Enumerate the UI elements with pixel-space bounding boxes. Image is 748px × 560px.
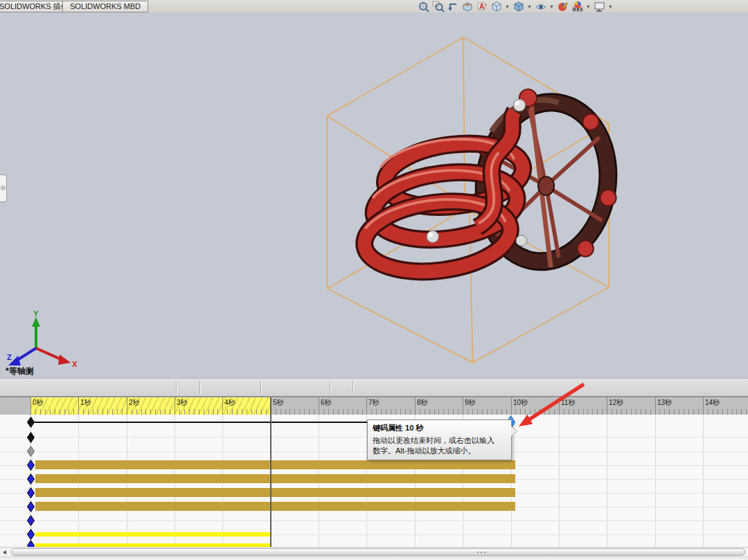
ruler-tick-label: 2秒 (129, 398, 140, 408)
ruler-minor-tick (583, 409, 584, 415)
ruler-minor-tick (400, 409, 401, 415)
ruler-minor-tick (520, 409, 521, 415)
ruler-minor-tick (616, 409, 617, 415)
graphics-area[interactable]: Y X Z *等轴测 (0, 12, 748, 378)
ruler-minor-tick (621, 409, 622, 415)
component-key-key[interactable] (27, 515, 35, 529)
ruler-minor-tick (664, 409, 665, 415)
ruler-minor-tick (395, 409, 396, 415)
ruler-minor-tick (242, 409, 242, 415)
ruler-minor-tick (338, 409, 339, 415)
ruler-minor-tick (530, 409, 531, 415)
apply-scene-caret[interactable]: ▼ (586, 1, 591, 12)
view-orientation-caret[interactable]: ▼ (505, 1, 510, 12)
ruler-minor-tick (256, 409, 257, 415)
motion-track-2-key[interactable] (27, 473, 35, 487)
display-style-caret[interactable]: ▼ (527, 1, 532, 12)
ruler-minor-tick (578, 409, 579, 415)
ruler-major-tick (30, 397, 31, 415)
hide-show-items-caret[interactable]: ▼ (549, 1, 554, 12)
ruler-minor-tick (438, 409, 439, 415)
section-view-icon[interactable] (461, 1, 474, 12)
motion-track-1-key[interactable] (27, 460, 35, 473)
model-3d-view[interactable] (291, 14, 637, 379)
previous-view-icon[interactable] (447, 1, 459, 12)
row-separator (0, 521, 748, 521)
appearance-track-1-bar[interactable] (35, 532, 271, 536)
apply-scene-icon[interactable] (571, 1, 584, 12)
view-settings-icon[interactable] (594, 1, 606, 12)
orientation-camera-keys-key[interactable] (27, 432, 35, 446)
ruler-minor-tick (544, 409, 545, 415)
hide-show-items-icon[interactable] (535, 1, 547, 12)
ruler-minor-tick (184, 409, 185, 415)
ruler-minor-tick (497, 409, 497, 415)
view-orientation-label: *等轴测 (6, 365, 34, 377)
ruler-minor-tick (540, 409, 540, 415)
ruler-minor-tick (304, 409, 305, 415)
ruler-minor-tick (64, 409, 65, 415)
ruler-minor-tick (713, 409, 713, 415)
view-orientation-icon[interactable] (490, 1, 503, 12)
ruler-minor-tick (684, 409, 684, 415)
ruler-minor-tick (453, 409, 454, 415)
motion-track-3-key[interactable] (27, 487, 35, 501)
hscroll-left-arrow[interactable] (0, 548, 10, 557)
ruler-minor-tick (150, 409, 151, 415)
timeline-hscrollbar[interactable] (0, 547, 748, 557)
ruler-minor-tick (425, 409, 425, 415)
ruler-major-tick (222, 397, 223, 415)
view-settings-caret[interactable]: ▼ (608, 1, 613, 12)
display-style-icon[interactable] (513, 1, 525, 12)
current-time-bar[interactable] (270, 397, 271, 547)
ruler-minor-tick (612, 409, 612, 415)
panel-flyout-grip-icon (1, 186, 6, 190)
motion-track-2-bar[interactable] (35, 474, 515, 483)
ruler-minor-tick (434, 409, 435, 415)
timeline-ruler[interactable]: 0秒1秒2秒3秒4秒5秒6秒7秒8秒9秒10秒11秒12秒13秒14秒 (0, 397, 748, 415)
ruler-minor-tick (636, 409, 636, 415)
tooltip-line2: 数字。Alt-拖动以放大或缩小。 (373, 446, 506, 456)
ruler-minor-tick (515, 409, 516, 415)
panel-flyout-handle[interactable] (0, 174, 7, 202)
ruler-minor-tick (280, 409, 281, 415)
ruler-minor-tick (69, 409, 69, 415)
ruler-tick-label: 0秒 (33, 398, 44, 408)
ruler-tick-label: 14秒 (705, 398, 720, 408)
tab-solidworks-mbd[interactable]: SOLIDWORKS MBD (62, 1, 148, 12)
motion-track-1-bar[interactable] (35, 460, 515, 469)
ruler-minor-tick (132, 409, 132, 415)
ruler-major-tick (511, 397, 512, 415)
motion-track-3-bar[interactable] (35, 488, 515, 497)
ruler-minor-tick (679, 409, 679, 415)
camera-keys-key[interactable] (27, 446, 35, 460)
ruler-minor-tick (487, 409, 488, 415)
ruler-minor-tick (208, 409, 209, 415)
zoom-to-fit-icon[interactable] (418, 1, 430, 12)
ruler-minor-tick (698, 409, 699, 415)
ruler-minor-tick (247, 409, 247, 415)
ruler-minor-tick (55, 409, 55, 415)
tooltip-title: 键码属性 10 秒 (373, 423, 506, 433)
annotation-views-icon[interactable]: A (476, 1, 488, 12)
ruler-minor-tick (674, 409, 675, 415)
ruler-minor-tick (103, 409, 103, 415)
ruler-minor-tick (429, 409, 430, 415)
ruler-major-tick (703, 397, 704, 415)
hscroll-thumb[interactable] (11, 548, 745, 556)
ruler-minor-tick (179, 409, 180, 415)
ruler-minor-tick (194, 409, 195, 415)
ruler-minor-tick (391, 409, 391, 415)
ruler-minor-tick (564, 409, 564, 415)
ruler-minor-tick (732, 409, 733, 415)
window-bottom-edge (0, 557, 748, 560)
motion-track-4-key[interactable] (27, 501, 35, 515)
edit-appearance-icon[interactable] (557, 1, 569, 12)
appearance-track-2-key[interactable] (27, 540, 35, 547)
ruler-minor-tick (35, 409, 36, 415)
animation-duration-key[interactable] (27, 417, 35, 431)
triad-x-label: X (72, 360, 78, 368)
zoom-to-area-icon[interactable] (432, 1, 445, 12)
motion-track-4-bar[interactable] (35, 502, 515, 511)
ruler-minor-tick (160, 409, 161, 415)
